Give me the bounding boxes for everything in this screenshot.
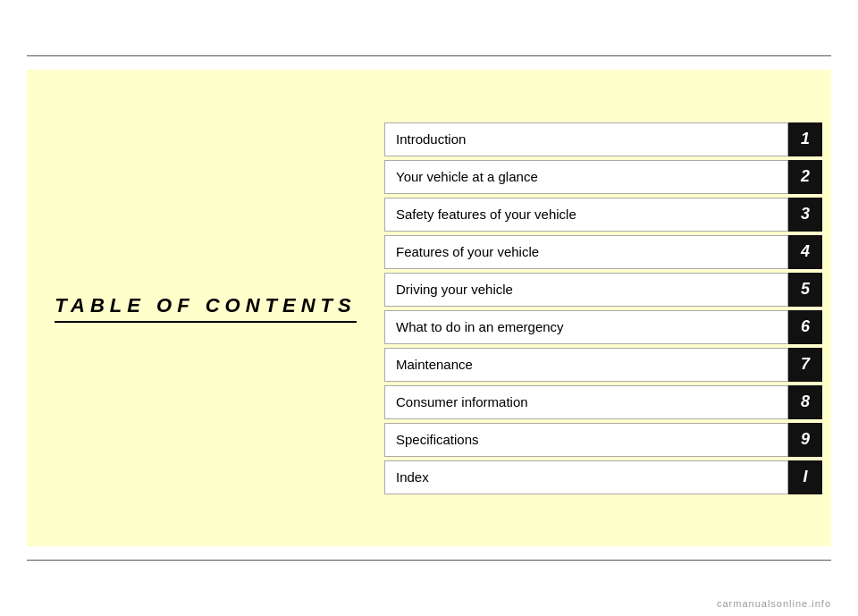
toc-row[interactable]: What to do in an emergency6 [384,310,822,344]
toc-item-number: 5 [788,273,822,307]
toc-row[interactable]: Driving your vehicle5 [384,273,822,307]
bottom-divider [27,560,831,561]
toc-item-number: 3 [788,198,822,232]
toc-item-label: Features of your vehicle [384,235,788,269]
toc-list: Introduction1Your vehicle at a glance2Sa… [384,105,831,512]
toc-row[interactable]: Introduction1 [384,122,822,156]
toc-item-number: 4 [788,235,822,269]
toc-title: TABLE OF CONTENTS [55,294,356,323]
toc-item-number: 9 [788,423,822,457]
toc-row[interactable]: Your vehicle at a glance2 [384,160,822,194]
toc-item-label: Your vehicle at a glance [384,160,788,194]
top-divider [27,55,831,56]
toc-item-label: Specifications [384,423,788,457]
toc-item-number: 6 [788,310,822,344]
toc-row[interactable]: Maintenance7 [384,348,822,382]
toc-row[interactable]: Features of your vehicle4 [384,235,822,269]
toc-row[interactable]: Specifications9 [384,423,822,457]
toc-item-number: 7 [788,348,822,382]
toc-item-number: 2 [788,160,822,194]
toc-item-label: Driving your vehicle [384,273,788,307]
toc-item-label: Maintenance [384,348,788,382]
toc-item-number: 1 [788,122,822,156]
left-panel: TABLE OF CONTENTS [27,70,384,546]
toc-item-label: What to do in an emergency [384,310,788,344]
toc-row[interactable]: IndexI [384,460,822,494]
main-container: TABLE OF CONTENTS Introduction1Your vehi… [27,70,831,546]
watermark: carmanualsonline.info [717,598,831,609]
toc-item-number: 8 [788,385,822,419]
toc-item-label: Consumer information [384,385,788,419]
toc-row[interactable]: Safety features of your vehicle3 [384,198,822,232]
toc-row[interactable]: Consumer information8 [384,385,822,419]
toc-item-number: I [788,460,822,494]
toc-item-label: Introduction [384,122,788,156]
toc-item-label: Index [384,460,788,494]
toc-item-label: Safety features of your vehicle [384,198,788,232]
